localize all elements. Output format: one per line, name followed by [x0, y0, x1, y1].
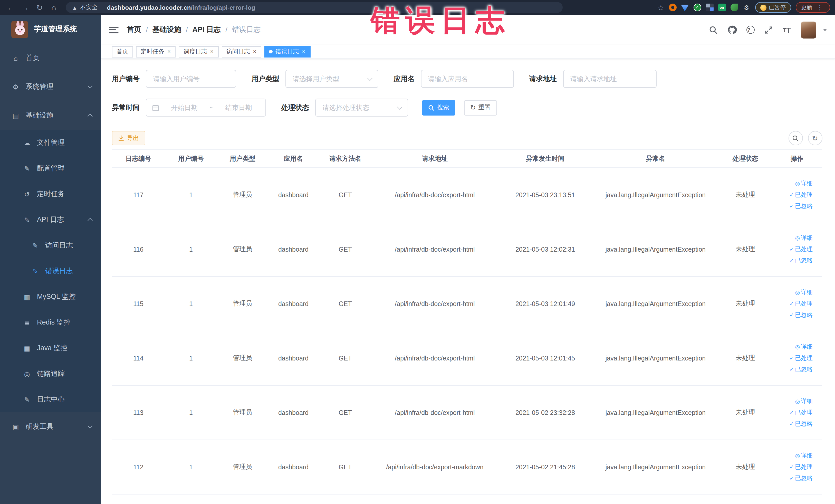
action-已处理[interactable]: ✓已处理 — [774, 354, 813, 362]
action-已处理[interactable]: ✓已处理 — [774, 409, 813, 417]
action-已忽略[interactable]: ✓已忽略 — [774, 257, 813, 264]
cell-user_id: 1 — [165, 222, 217, 277]
update-button[interactable]: 更新 ⋮ — [795, 2, 830, 13]
toggle-search-button[interactable] — [788, 131, 803, 145]
infrastructure-icon: ▤ — [11, 112, 20, 119]
cell-status: 未处理 — [719, 277, 772, 331]
topbar: 首页/基础设施/API 日志/错误日志 ? TT — [101, 15, 835, 45]
action-已处理[interactable]: ✓已处理 — [774, 245, 813, 253]
action-已忽略[interactable]: ✓已忽略 — [774, 475, 813, 482]
extension-orange-icon[interactable] — [669, 4, 676, 11]
font-size-icon[interactable]: TT — [783, 25, 791, 34]
screen: ← → ↻ ⌂ ▲ 不安全 dashboard.yudao.iocoder.cn… — [0, 0, 835, 504]
action-已忽略[interactable]: ✓已忽略 — [774, 366, 813, 373]
bookmark-star-icon[interactable]: ☆ — [658, 3, 664, 12]
avatar[interactable] — [801, 21, 816, 38]
extension-green-check-icon[interactable] — [693, 4, 701, 11]
sidebar-item-error-log[interactable]: ✎错误日志 — [0, 258, 101, 284]
browser-home-icon[interactable]: ⌂ — [48, 0, 60, 15]
cell-id: 116 — [112, 222, 165, 277]
action-已忽略[interactable]: ✓已忽略 — [774, 420, 813, 428]
sidebar-item-file-cloud[interactable]: ☁文件管理 — [0, 130, 101, 156]
forward-icon[interactable]: → — [20, 0, 31, 15]
address-bar[interactable]: ▲ 不安全 dashboard.yudao.iocoder.cn /infra/… — [66, 2, 563, 13]
action-已处理[interactable]: ✓已处理 — [774, 300, 813, 308]
sidebar-item-gear[interactable]: ⚙系统管理 — [0, 73, 101, 101]
cell-exception: java.lang.IllegalArgumentException — [592, 277, 719, 331]
sidebar-item-log-center[interactable]: ✎日志中心 — [0, 387, 101, 412]
action-已处理[interactable]: ✓已处理 — [774, 191, 813, 199]
breadcrumb-item[interactable]: API 日志 — [192, 25, 221, 35]
sidebar-item-scheduled-job[interactable]: ↺定时任务 — [0, 181, 101, 207]
request-url-input[interactable] — [563, 70, 656, 88]
tab-访问日志[interactable]: 访问日志× — [222, 46, 262, 57]
action-已忽略[interactable]: ✓已忽略 — [774, 202, 813, 210]
cell-operations: ◎详细✓已处理✓已忽略 — [772, 168, 822, 222]
action-详细[interactable]: ◎详细 — [774, 398, 813, 405]
exception-time-range-picker[interactable]: 开始日期 ~ 结束日期 — [146, 99, 266, 117]
filter-row-2: 异常时间 开始日期 ~ 结束日期 处理状态 请选 — [112, 99, 822, 117]
search-icon — [792, 135, 799, 141]
sidebar-item-trace[interactable]: ◎链路追踪 — [0, 361, 101, 387]
active-tab-dot — [269, 50, 273, 54]
extension-leaf-icon[interactable] — [730, 4, 738, 11]
github-icon[interactable] — [728, 25, 737, 35]
sidebar-item-java-monitor[interactable]: ▦Java 监控 — [0, 335, 101, 361]
action-详细[interactable]: ◎详细 — [774, 234, 813, 242]
breadcrumb-item[interactable]: 基础设施 — [152, 25, 181, 35]
eye-icon: ◎ — [795, 398, 800, 404]
cell-app: dashboard — [268, 277, 319, 331]
close-icon[interactable]: × — [167, 49, 171, 55]
sidebar-item-config-edit[interactable]: ✎配置管理 — [0, 156, 101, 181]
tab-label: 错误日志 — [276, 48, 299, 56]
sidebar-item-access-log[interactable]: ✎访问日志 — [0, 233, 101, 258]
extensions-puzzle-icon[interactable]: ⚙ — [742, 4, 750, 11]
breadcrumb-item[interactable]: 首页 — [127, 25, 141, 35]
extension-blue-icon[interactable] — [681, 4, 689, 11]
column-header-用户类型: 用户类型 — [217, 150, 268, 168]
request-url-label: 请求地址 — [529, 74, 557, 83]
search-button[interactable]: 搜索 — [422, 100, 455, 115]
app-name-input[interactable] — [421, 70, 514, 88]
action-详细[interactable]: ◎详细 — [774, 452, 813, 460]
tab-首页[interactable]: 首页 — [112, 46, 133, 57]
app-logo-row[interactable]: 芋道管理系统 — [0, 15, 101, 44]
action-label: 已处理 — [795, 464, 813, 470]
sidebar-item-dev-tools[interactable]: ▣研发工具 — [0, 412, 101, 441]
avatar-caret-icon[interactable] — [823, 28, 827, 31]
reload-icon[interactable]: ↻ — [34, 0, 45, 15]
cell-user_type: 管理员 — [217, 168, 268, 222]
back-icon[interactable]: ← — [5, 0, 16, 15]
close-icon[interactable]: × — [252, 49, 257, 55]
reset-button[interactable]: ↻ 重置 — [464, 100, 497, 115]
close-icon[interactable]: × — [302, 49, 306, 55]
process-status-select[interactable]: 请选择处理状态 — [315, 99, 408, 117]
fullscreen-icon[interactable] — [765, 25, 773, 34]
sidebar-item-home[interactable]: ⌂首页 — [0, 44, 101, 73]
close-icon[interactable]: × — [210, 49, 214, 55]
tab-调度日志[interactable]: 调度日志× — [179, 46, 219, 57]
sidebar-item-mysql-monitor[interactable]: ▥MySQL 监控 — [0, 284, 101, 310]
export-button[interactable]: 导出 — [112, 131, 145, 145]
sidebar-item-api-log[interactable]: ✎API 日志 — [0, 207, 101, 233]
action-详细[interactable]: ◎详细 — [774, 180, 813, 187]
sidebar-item-infrastructure[interactable]: ▤基础设施 — [0, 101, 101, 130]
sidebar-item-redis-monitor[interactable]: ≣Redis 监控 — [0, 310, 101, 335]
paused-badge[interactable]: 已暂停 — [755, 2, 791, 13]
cell-user_type: 管理员 — [217, 277, 268, 331]
user-id-input[interactable] — [146, 70, 236, 88]
extension-on-badge-icon[interactable] — [718, 4, 726, 11]
action-详细[interactable]: ◎详细 — [774, 343, 813, 351]
cell-exception: java.lang.IllegalArgumentException — [592, 168, 719, 222]
user-type-select[interactable]: 请选择用户类型 — [285, 70, 378, 88]
hamburger-icon[interactable] — [109, 25, 119, 35]
refresh-table-button[interactable]: ↻ — [808, 131, 822, 145]
tab-定时任务[interactable]: 定时任务× — [136, 46, 176, 57]
search-icon[interactable] — [709, 25, 718, 34]
tab-错误日志[interactable]: 错误日志× — [265, 46, 311, 57]
extension-grid-icon[interactable] — [706, 4, 713, 11]
action-已忽略[interactable]: ✓已忽略 — [774, 311, 813, 319]
help-icon[interactable]: ? — [747, 26, 755, 34]
action-已处理[interactable]: ✓已处理 — [774, 463, 813, 471]
action-详细[interactable]: ◎详细 — [774, 288, 813, 296]
